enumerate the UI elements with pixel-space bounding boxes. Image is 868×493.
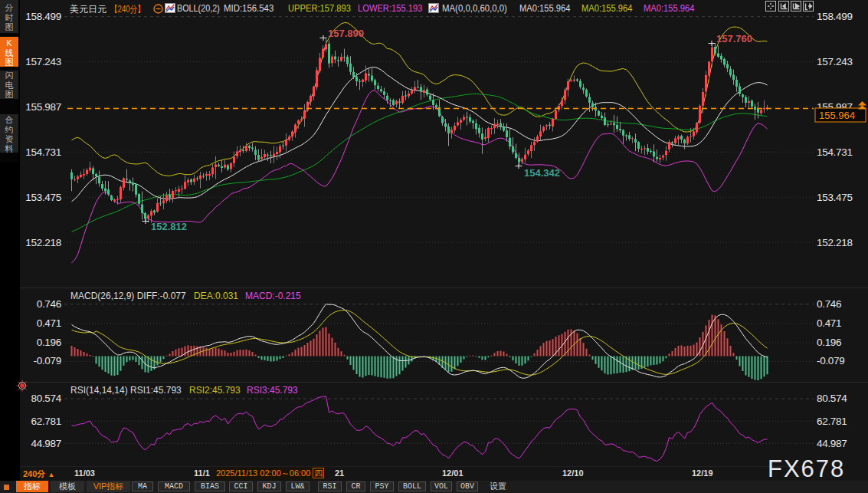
svg-text:154.731: 154.731	[817, 146, 853, 158]
svg-text:157.890: 157.890	[328, 28, 364, 39]
svg-text:0.746: 0.746	[37, 298, 61, 310]
svg-text:153.475: 153.475	[817, 192, 853, 203]
svg-text:157.243: 157.243	[25, 56, 61, 67]
svg-text:44.987: 44.987	[817, 438, 847, 449]
svg-text:80.574: 80.574	[31, 393, 62, 404]
svg-text:-0.079: -0.079	[817, 355, 844, 366]
svg-text:62.781: 62.781	[31, 416, 62, 427]
svg-text:0.196: 0.196	[37, 337, 61, 348]
svg-text:152.218: 152.218	[817, 237, 853, 248]
svg-text:155.987: 155.987	[25, 101, 61, 113]
svg-text:152.218: 152.218	[25, 237, 61, 248]
svg-text:RSI3:45.793: RSI3:45.793	[247, 385, 298, 396]
svg-text:154.342: 154.342	[524, 167, 560, 179]
svg-text:153.475: 153.475	[25, 192, 61, 203]
svg-text:0.471: 0.471	[37, 317, 61, 329]
svg-text:-0.079: -0.079	[34, 355, 61, 366]
svg-text:158.499: 158.499	[25, 11, 61, 22]
svg-text:154.731: 154.731	[25, 146, 61, 158]
svg-text:157.243: 157.243	[817, 56, 853, 67]
svg-text:157.760: 157.760	[716, 33, 752, 44]
svg-text:0.746: 0.746	[817, 298, 841, 310]
svg-text:0.196: 0.196	[817, 337, 841, 348]
svg-text:158.499: 158.499	[817, 11, 853, 22]
svg-text:80.574: 80.574	[817, 393, 847, 404]
svg-text:RSI2:45.793: RSI2:45.793	[189, 385, 241, 396]
svg-text:44.987: 44.987	[31, 438, 62, 449]
svg-text:DEA:0.031: DEA:0.031	[194, 291, 238, 301]
svg-text:RSI(14,14,14) RSI1:45.793: RSI(14,14,14) RSI1:45.793	[70, 385, 182, 396]
svg-text:62.781: 62.781	[817, 416, 847, 427]
svg-text:MACD:-0.215: MACD:-0.215	[245, 291, 301, 301]
svg-text:152.812: 152.812	[151, 221, 187, 232]
svg-text:0.471: 0.471	[817, 317, 841, 329]
svg-text:MACD(26,12,9) DIFF:-0.077: MACD(26,12,9) DIFF:-0.077	[70, 291, 186, 301]
svg-text:155.964: 155.964	[819, 110, 855, 121]
